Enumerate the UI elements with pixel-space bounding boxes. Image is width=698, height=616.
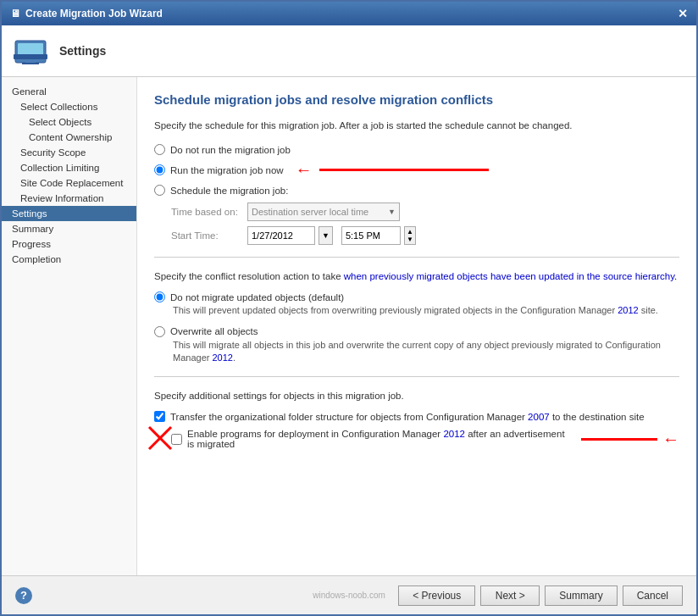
title-bar: 🖥 Create Migration Job Wizard ✕ [2,2,696,25]
radio-run-now[interactable] [154,164,165,175]
radio-no-migrate-option: Do not migrate updated objects (default)… [154,291,679,317]
radio-run-now-group: Run the migration job now [154,164,284,175]
radio-no-run-group: Do not run the migration job [154,144,679,155]
additional-desc: Specify additional settings for objects … [154,389,679,402]
sidebar-item-settings[interactable]: Settings [2,206,136,221]
watermark: windows-noob.com [313,591,385,600]
divider-1 [154,257,679,258]
page-title: Schedule migration jobs and resolve migr… [154,92,679,107]
sidebar-item-collection-limiting[interactable]: Collection Limiting [2,160,136,175]
dropdown-arrow-icon: ▼ [388,208,396,216]
sidebar-item-progress[interactable]: Progress [2,236,136,252]
svg-rect-4 [22,63,39,64]
sidebar-item-security-scope[interactable]: Security Scope [2,145,136,160]
radio-no-migrate-sub: This will prevent updated objects from o… [173,304,679,317]
time-input-field[interactable]: 5:15 PM [341,226,401,245]
time-control: 5:15 PM ▲ ▼ [341,226,416,245]
radio-no-run[interactable] [154,144,165,155]
sidebar-item-content-ownership[interactable]: Content Ownership [2,130,136,145]
settings-icon [14,34,47,68]
window-title: Create Migration Job Wizard [25,8,163,19]
date-dropdown-arrow[interactable]: ▼ [319,226,333,245]
radio-overwrite-top: Overwrite all objects [154,326,679,337]
svg-rect-2 [14,54,47,59]
schedule-details: Time based on: Destination server local … [171,203,679,245]
radio-overwrite[interactable] [154,326,165,337]
window-icon: 🖥 [10,8,20,19]
time-based-label: Time based on: [171,207,239,217]
conflict-description: Specify the conflict resolution action t… [154,269,679,283]
radio-no-migrate-label: Do not migrate updated objects (default) [170,292,344,302]
checkbox1-label: Transfer the organizational folder struc… [170,412,645,422]
blue-text-1: 2012 [618,305,638,315]
start-time-row: Start Time: 1/27/2012 ▼ 5:15 PM ▲ [171,226,679,245]
time-up-icon: ▲ [407,228,413,236]
radio-no-migrate-top: Do not migrate updated objects (default) [154,291,679,302]
radio-no-migrate[interactable] [154,291,165,302]
date-input-field[interactable]: 1/27/2012 [247,226,315,245]
sidebar-item-select-collections[interactable]: Select Collections [2,99,136,114]
time-based-row: Time based on: Destination server local … [171,203,679,221]
radio-schedule-group: Schedule the migration job: [154,185,679,196]
divider-2 [154,376,679,377]
radio-overwrite-sub: This will migrate all objects in this jo… [173,339,679,365]
sidebar-item-site-code-replacement[interactable]: Site Code Replacement [2,175,136,191]
arrow-line-1 [319,169,489,171]
schedule-description: Specify the schedule for this migration … [154,119,679,132]
help-button[interactable]: ? [15,587,32,604]
close-button[interactable]: ✕ [678,7,688,20]
sidebar-item-general[interactable]: General [2,84,136,99]
checkbox2-container: Enable programs for deployment in Config… [154,429,679,449]
start-time-label: Start Time: [171,230,239,241]
time-spinner[interactable]: ▲ ▼ [404,226,416,245]
wizard-header: Settings [2,25,696,77]
blue-text-2: 2012 [212,352,232,363]
wizard-content: General Select Collections Select Object… [2,77,696,575]
date-value: 1/27/2012 [252,230,293,241]
date-control: 1/27/2012 ▼ [247,226,333,245]
radio-no-run-label: Do not run the migration job [170,145,291,155]
blue-2012: 2012 [443,429,465,439]
sidebar-item-select-objects[interactable]: Select Objects [2,114,136,130]
radio-run-now-label: Run the migration job now [170,165,284,175]
checkbox-transfer-folder[interactable] [154,411,165,422]
cancel-button[interactable]: Cancel [623,585,683,606]
blue-2007: 2007 [528,412,550,422]
radio-schedule-label: Schedule the migration job: [170,186,288,196]
wizard-window: 🖥 Create Migration Job Wizard ✕ Settings… [0,0,698,616]
title-bar-left: 🖥 Create Migration Job Wizard [10,8,163,19]
arrow-annotation-2: ← [662,430,679,449]
red-x-annotation [147,425,173,451]
time-based-value: Destination server local time [252,207,368,217]
header-title: Settings [59,44,106,58]
footer-buttons: < Previous Next > Summary Cancel [398,585,683,606]
radio-schedule-job[interactable] [154,185,165,196]
next-button[interactable]: Next > [480,585,540,606]
main-content: Schedule migration jobs and resolve migr… [137,77,696,575]
footer-left: ? [15,587,32,604]
sidebar-item-summary[interactable]: Summary [2,221,136,236]
time-down-icon: ▼ [407,236,413,243]
sidebar-item-review-information[interactable]: Review Information [2,191,136,206]
time-based-dropdown[interactable]: Destination server local time ▼ [247,203,400,221]
radio-overwrite-option: Overwrite all objects This will migrate … [154,326,679,365]
checkbox2-label: Enable programs for deployment in Config… [187,429,573,449]
sidebar-item-completion[interactable]: Completion [2,252,136,267]
svg-rect-3 [25,59,36,63]
checkbox1-group: Transfer the organizational folder struc… [154,411,679,422]
time-value: 5:15 PM [346,230,380,241]
previous-button[interactable]: < Previous [398,585,475,606]
arrow-annotation-1: ← [296,160,313,180]
sidebar: General Select Collections Select Object… [2,77,137,575]
wizard-footer: ? windows-noob.com < Previous Next > Sum… [2,575,696,614]
radio-overwrite-label: Overwrite all objects [170,326,258,336]
highlight-text: when previously migrated objects have be… [344,271,678,281]
arrow-line-2 [581,438,657,441]
summary-button[interactable]: Summary [545,585,617,606]
checkbox2-group: Enable programs for deployment in Config… [154,429,573,449]
